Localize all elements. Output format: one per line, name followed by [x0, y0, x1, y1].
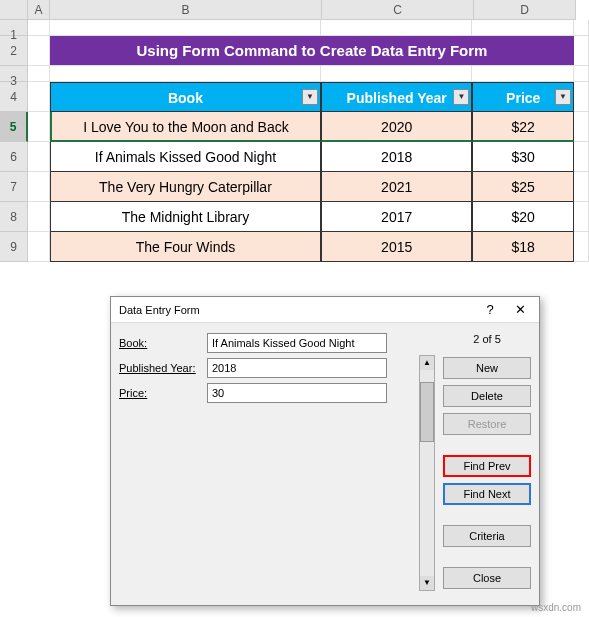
cell-book-1[interactable]: I Love You to the Moon and Back [50, 112, 321, 142]
cell-book-5[interactable]: The Four Winds [50, 232, 321, 262]
cell-year-2[interactable]: 2018 [321, 142, 472, 172]
year-input[interactable] [207, 358, 387, 378]
price-input[interactable] [207, 383, 387, 403]
col-header-A[interactable]: A [28, 0, 50, 20]
close-icon[interactable]: ✕ [505, 299, 535, 321]
cell-year-1[interactable]: 2020 [321, 112, 472, 142]
cell-A7[interactable] [28, 172, 50, 202]
filter-dropdown-price[interactable]: ▼ [555, 89, 571, 105]
year-label: Published Year: [119, 362, 207, 374]
row-header-5[interactable]: 5 [0, 112, 28, 142]
cell-A5[interactable] [28, 112, 50, 142]
close-button[interactable]: Close [443, 567, 531, 589]
row-header-9[interactable]: 9 [0, 232, 28, 262]
cell-price-2[interactable]: $30 [472, 142, 574, 172]
restore-button: Restore [443, 413, 531, 435]
data-entry-form-dialog: Data Entry Form ? ✕ Book: Published Year… [110, 296, 540, 606]
scroll-thumb[interactable] [420, 382, 434, 442]
book-input[interactable] [207, 333, 387, 353]
criteria-button[interactable]: Criteria [443, 525, 531, 547]
filter-dropdown-year[interactable]: ▼ [453, 89, 469, 105]
scroll-down-icon[interactable]: ▼ [420, 576, 434, 590]
header-book-label: Book [168, 90, 203, 106]
price-label: Price: [119, 387, 207, 399]
record-scrollbar[interactable]: ▲ ▼ [419, 355, 435, 591]
cell-D3[interactable] [472, 66, 574, 82]
watermark: wsxdn.com [531, 602, 581, 613]
cell-A3[interactable] [28, 66, 50, 82]
cell-price-5[interactable]: $18 [472, 232, 574, 262]
record-counter: 2 of 5 [443, 333, 531, 345]
cell-book-2[interactable]: If Animals Kissed Good Night [50, 142, 321, 172]
dialog-title: Data Entry Form [119, 304, 200, 316]
cell-D1[interactable] [472, 20, 574, 36]
cell-A6[interactable] [28, 142, 50, 172]
cell-B1[interactable] [50, 20, 321, 36]
title-cell[interactable]: Using Form Command to Create Data Entry … [50, 36, 574, 66]
scroll-up-icon[interactable]: ▲ [420, 356, 434, 370]
cell-price-3[interactable]: $25 [472, 172, 574, 202]
cell-B3[interactable] [50, 66, 321, 82]
cell-A1[interactable] [28, 20, 50, 36]
col-header-D[interactable]: D [474, 0, 576, 20]
filter-dropdown-book[interactable]: ▼ [302, 89, 318, 105]
header-year-label: Published Year [347, 90, 447, 106]
cell-C3[interactable] [321, 66, 472, 82]
dialog-titlebar[interactable]: Data Entry Form ? ✕ [111, 297, 539, 323]
find-prev-button[interactable]: Find Prev [443, 455, 531, 477]
cell-A4[interactable] [28, 82, 50, 112]
cell-price-1[interactable]: $22 [472, 112, 574, 142]
cell-year-4[interactable]: 2017 [321, 202, 472, 232]
row-header-3[interactable]: 3 [0, 66, 28, 82]
cell-year-3[interactable]: 2021 [321, 172, 472, 202]
delete-button[interactable]: Delete [443, 385, 531, 407]
header-price[interactable]: Price▼ [472, 82, 574, 112]
find-next-button[interactable]: Find Next [443, 483, 531, 505]
cell-book-3[interactable]: The Very Hungry Caterpillar [50, 172, 321, 202]
header-book[interactable]: Book▼ [50, 82, 321, 112]
cell-price-4[interactable]: $20 [472, 202, 574, 232]
cell-A8[interactable] [28, 202, 50, 232]
header-year[interactable]: Published Year▼ [321, 82, 472, 112]
book-label: Book: [119, 337, 207, 349]
row-header-7[interactable]: 7 [0, 172, 28, 202]
new-button[interactable]: New [443, 357, 531, 379]
help-button[interactable]: ? [475, 299, 505, 321]
cell-A9[interactable] [28, 232, 50, 262]
header-price-label: Price [506, 90, 540, 106]
col-header-B[interactable]: B [50, 0, 322, 20]
row-header-1[interactable]: 1 [0, 20, 28, 36]
col-header-C[interactable]: C [322, 0, 474, 20]
row-header-6[interactable]: 6 [0, 142, 28, 172]
cell-C1[interactable] [321, 20, 472, 36]
row-header-8[interactable]: 8 [0, 202, 28, 232]
row-header-4[interactable]: 4 [0, 82, 28, 112]
select-all-corner[interactable] [0, 0, 28, 20]
cell-A2[interactable] [28, 36, 50, 66]
row-header-2[interactable]: 2 [0, 36, 28, 66]
cell-book-4[interactable]: The Midnight Library [50, 202, 321, 232]
cell-year-5[interactable]: 2015 [321, 232, 472, 262]
